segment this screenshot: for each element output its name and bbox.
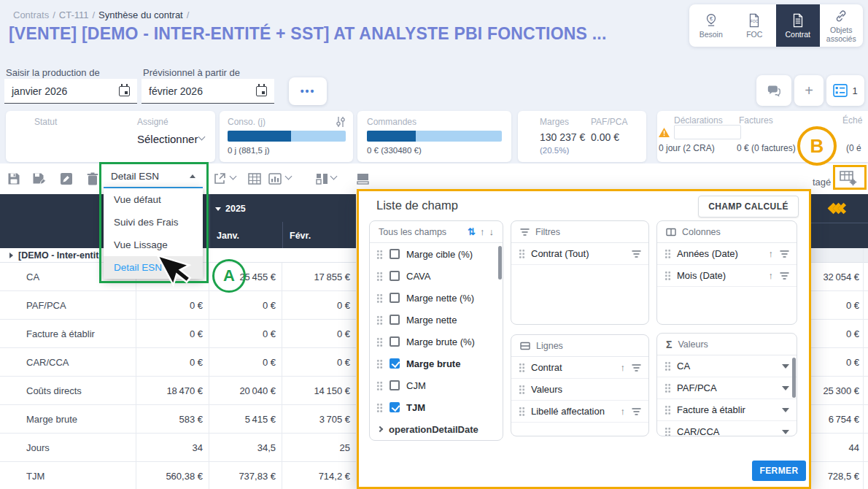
scrollbar-thumb[interactable] bbox=[792, 358, 796, 398]
save-as-button[interactable] bbox=[31, 171, 47, 187]
scrollbar-thumb[interactable] bbox=[498, 246, 502, 280]
drag-handle-icon[interactable] bbox=[664, 383, 671, 393]
tab-contrat[interactable]: Contrat bbox=[776, 4, 820, 47]
kanban-button[interactable] bbox=[354, 171, 371, 187]
filter-icon[interactable] bbox=[632, 250, 641, 258]
view-menu-item[interactable]: Vue défaut bbox=[104, 188, 203, 211]
sort-asc-icon[interactable]: ↑ bbox=[769, 270, 774, 281]
close-panel-button[interactable]: FERMER bbox=[752, 461, 806, 481]
previsionnel-date-input[interactable]: février 2026 bbox=[142, 79, 274, 104]
lignes-item[interactable]: Libellé affectation ↑ bbox=[511, 401, 648, 423]
layout-button[interactable] bbox=[314, 171, 330, 187]
calendar-icon[interactable] bbox=[256, 86, 267, 96]
edit-button[interactable] bbox=[58, 171, 74, 187]
chevron-down-icon[interactable] bbox=[330, 173, 338, 180]
chevron-down-icon[interactable] bbox=[230, 173, 237, 180]
colonnes-item[interactable]: Mois (Date) ↑ bbox=[657, 265, 797, 287]
month-column-header[interactable]: Févr. bbox=[290, 231, 311, 241]
sliders-icon[interactable] bbox=[335, 116, 346, 128]
sort-desc-icon[interactable]: ↓ bbox=[489, 226, 495, 237]
calendar-icon[interactable] bbox=[119, 86, 130, 96]
field-checkbox[interactable] bbox=[390, 358, 400, 369]
table-view-button[interactable] bbox=[247, 171, 263, 187]
drag-handle-icon[interactable] bbox=[519, 363, 525, 372]
breadcrumb-item[interactable]: Synthèse du contrat bbox=[98, 9, 183, 20]
field-item: CAVA bbox=[370, 265, 503, 287]
drag-handle-icon[interactable] bbox=[376, 272, 383, 281]
drag-handle-icon[interactable] bbox=[376, 359, 383, 369]
chevron-down-icon[interactable] bbox=[285, 173, 292, 180]
drag-handle-icon[interactable] bbox=[376, 403, 383, 412]
valeurs-item[interactable]: Facture à établir bbox=[657, 399, 797, 421]
field-checkbox[interactable] bbox=[390, 380, 400, 390]
filter-icon[interactable] bbox=[780, 250, 789, 258]
drag-handle-icon[interactable] bbox=[664, 361, 671, 371]
drag-handle-icon[interactable] bbox=[376, 315, 383, 325]
valeurs-item[interactable]: PAF/PCA bbox=[657, 377, 797, 399]
collapse-columns-button[interactable] bbox=[811, 194, 868, 223]
drag-handle-icon[interactable] bbox=[664, 271, 671, 280]
comments-button[interactable] bbox=[756, 75, 791, 106]
drag-handle-icon[interactable] bbox=[519, 385, 525, 394]
tasks-button[interactable]: 1 bbox=[826, 75, 864, 106]
dropdown-triangle-icon[interactable] bbox=[782, 430, 789, 434]
sort-asc-icon[interactable]: ↑ bbox=[621, 362, 626, 373]
tab-objets-associes[interactable]: Objets associés bbox=[820, 4, 864, 47]
save-button[interactable] bbox=[6, 171, 22, 187]
tab-foc[interactable]: FOC FOC bbox=[733, 4, 777, 47]
sort-asc-icon[interactable]: ↑ bbox=[621, 406, 626, 417]
year-group-header[interactable]: 2025 bbox=[215, 204, 246, 214]
filtres-item[interactable]: Contrat (Tout) bbox=[511, 243, 648, 265]
lignes-item[interactable]: Valeurs bbox=[511, 379, 648, 401]
drag-handle-icon[interactable] bbox=[519, 249, 525, 258]
filter-icon[interactable] bbox=[632, 408, 641, 415]
drag-handle-icon[interactable] bbox=[664, 405, 671, 415]
sort-asc-icon[interactable]: ↑ bbox=[769, 248, 774, 259]
drag-handle-icon[interactable] bbox=[376, 293, 383, 303]
drag-handle-icon[interactable] bbox=[664, 249, 671, 258]
delete-button[interactable] bbox=[85, 171, 101, 187]
sort-both-icon[interactable]: ⇅ bbox=[468, 226, 476, 237]
field-checkbox[interactable] bbox=[390, 315, 400, 325]
drag-handle-icon[interactable] bbox=[376, 337, 383, 347]
valeurs-item[interactable]: CA bbox=[657, 355, 797, 377]
chevron-down-icon[interactable] bbox=[198, 134, 206, 141]
filter-icon[interactable] bbox=[780, 272, 789, 280]
field-checkbox[interactable] bbox=[390, 249, 400, 259]
calculated-field-button[interactable]: CHAMP CALCULÉ bbox=[698, 196, 799, 217]
field-checkbox[interactable] bbox=[390, 293, 400, 303]
table-cell: 0 € bbox=[282, 291, 356, 319]
field-checkbox[interactable] bbox=[390, 271, 400, 281]
drag-handle-icon[interactable] bbox=[376, 250, 383, 259]
dropdown-triangle-icon[interactable] bbox=[782, 364, 789, 369]
dropdown-triangle-icon[interactable] bbox=[782, 408, 789, 412]
production-date-input[interactable]: janvier 2026 bbox=[4, 79, 137, 104]
view-menu-item[interactable]: Vue Lissage bbox=[104, 234, 203, 256]
field-checkbox[interactable] bbox=[390, 336, 400, 347]
colonnes-item[interactable]: Années (Date) ↑ bbox=[657, 243, 797, 265]
view-select[interactable]: Detail ESN bbox=[104, 165, 203, 188]
view-menu-item-selected[interactable]: Detail ESN bbox=[104, 256, 203, 279]
assigne-select[interactable]: Sélectionner bbox=[137, 133, 198, 145]
breadcrumb-item[interactable]: Contrats bbox=[13, 9, 49, 20]
drag-handle-icon[interactable] bbox=[376, 381, 383, 390]
export-button[interactable] bbox=[212, 171, 228, 187]
view-menu-item[interactable]: Suivi des Frais bbox=[104, 211, 203, 234]
filter-icon[interactable] bbox=[632, 364, 641, 371]
chart-view-button[interactable] bbox=[267, 171, 283, 187]
sort-asc-icon[interactable]: ↑ bbox=[480, 226, 485, 237]
expandable-field-item[interactable]: operationDetailDate bbox=[370, 418, 503, 440]
more-options-button[interactable]: ••• bbox=[289, 77, 327, 105]
drag-handle-icon[interactable] bbox=[519, 407, 525, 416]
drag-handle-icon[interactable] bbox=[664, 427, 671, 436]
tab-besoin[interactable]: € Besoin bbox=[689, 4, 733, 47]
breadcrumb[interactable]: Contrats/CT-111/Synthèse du contrat/ bbox=[13, 9, 193, 20]
valeurs-item[interactable]: CAR/CCA bbox=[657, 421, 797, 436]
dropdown-triangle-icon[interactable] bbox=[782, 386, 789, 390]
field-checkbox[interactable] bbox=[390, 402, 400, 412]
breadcrumb-item[interactable]: CT-111 bbox=[59, 9, 89, 20]
add-button[interactable]: + bbox=[794, 75, 824, 106]
month-column-header[interactable]: Janv. bbox=[217, 231, 239, 241]
lignes-item[interactable]: Contrat ↑ bbox=[511, 357, 648, 379]
table-settings-button[interactable] bbox=[839, 169, 858, 190]
